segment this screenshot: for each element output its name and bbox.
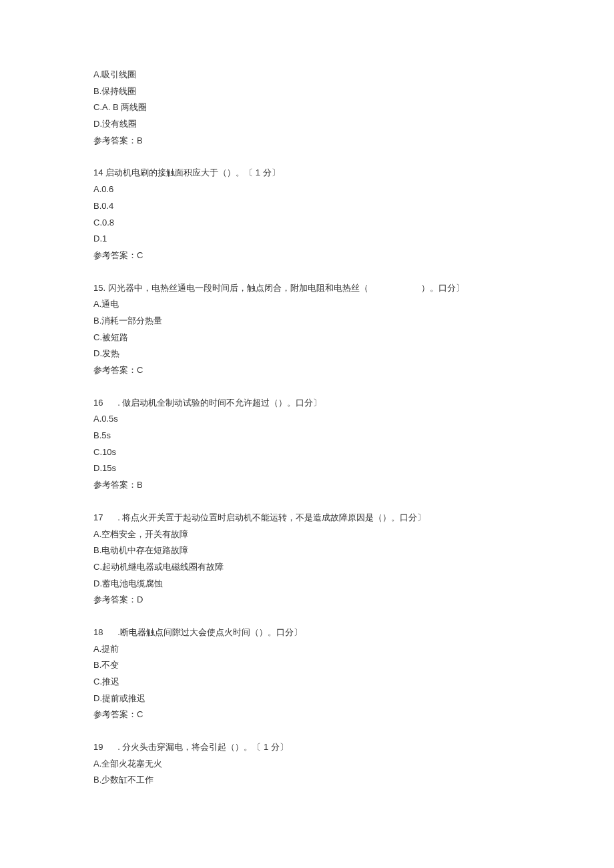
answer-text: 参考答案：C	[93, 362, 521, 379]
question-block: 17 . 将点火开关置于起动位置时启动机不能运转，不是造成故障原因是（）。口分〕…	[93, 510, 521, 608]
option-text: B.少数缸不工作	[93, 772, 521, 789]
question-text: 17 . 将点火开关置于起动位置时启动机不能运转，不是造成故障原因是（）。口分〕	[93, 510, 521, 526]
option-text: B.不变	[93, 657, 521, 674]
option-text: A.0.5s	[93, 411, 521, 428]
option-text: C.10s	[93, 444, 521, 461]
option-text: A.通电	[93, 296, 521, 313]
answer-text: 参考答案：D	[93, 592, 521, 608]
option-text: C.被短路	[93, 330, 521, 346]
question-text: 15. 闪光器中，电热丝通电一段时间后，触点闭合，附加电阻和电热丝（ ）。口分〕	[93, 280, 521, 297]
option-text: C.A. B 两线圈	[93, 99, 521, 116]
option-text: D.没有线圈	[93, 116, 521, 133]
option-text: D.蓄电池电缆腐蚀	[93, 576, 521, 592]
option-text: C.起动机继电器或电磁线圈有故障	[93, 559, 521, 576]
question-block: 14 启动机电刷的接触面积应大于（）。〔 1 分〕A.0.6B.0.4C.0.8…	[93, 165, 521, 264]
option-text: B.5s	[93, 428, 521, 444]
option-text: B.消耗一部分热量	[93, 313, 521, 330]
option-text: A.全部火花塞无火	[93, 756, 521, 773]
question-block: 16 . 做启动机全制动试验的时间不允许超过（）。口分〕A.0.5sB.5sC.…	[93, 395, 521, 494]
question-block: 19 . 分火头击穿漏电，将会引起（）。〔 1 分〕A.全部火花塞无火B.少数缸…	[93, 739, 521, 789]
question-block: 18 .断电器触点间隙过大会使点火时间（）。口分〕A.提前B.不变C.推迟D.提…	[93, 624, 521, 723]
option-text: B.电动机中存在短路故障	[93, 542, 521, 559]
option-text: D.1	[93, 231, 521, 248]
answer-text: 参考答案：B	[93, 477, 521, 494]
question-block: 15. 闪光器中，电热丝通电一段时间后，触点闭合，附加电阻和电热丝（ ）。口分〕…	[93, 280, 521, 379]
option-text: D.15s	[93, 460, 521, 477]
option-text: A.吸引线圈	[93, 67, 521, 83]
question-text: 18 .断电器触点间隙过大会使点火时间（）。口分〕	[93, 624, 521, 641]
answer-text: 参考答案：C	[93, 248, 521, 264]
option-text: A.空档安全，开关有故障	[93, 526, 521, 543]
option-text: D.提前或推迟	[93, 691, 521, 707]
question-block: A.吸引线圈B.保持线圈C.A. B 两线圈D.没有线圈参考答案：B	[93, 67, 521, 149]
option-text: C.推迟	[93, 674, 521, 691]
question-text: 19 . 分火头击穿漏电，将会引起（）。〔 1 分〕	[93, 739, 521, 756]
question-text: 14 启动机电刷的接触面积应大于（）。〔 1 分〕	[93, 165, 521, 181]
answer-text: 参考答案：C	[93, 707, 521, 723]
option-text: B.0.4	[93, 198, 521, 215]
option-text: A.0.6	[93, 181, 521, 198]
answer-text: 参考答案：B	[93, 133, 521, 149]
option-text: D.发热	[93, 346, 521, 362]
option-text: A.提前	[93, 641, 521, 658]
document-content: A.吸引线圈B.保持线圈C.A. B 两线圈D.没有线圈参考答案：B14 启动机…	[93, 67, 521, 789]
option-text: C.0.8	[93, 215, 521, 232]
question-text: 16 . 做启动机全制动试验的时间不允许超过（）。口分〕	[93, 395, 521, 412]
option-text: B.保持线圈	[93, 83, 521, 100]
